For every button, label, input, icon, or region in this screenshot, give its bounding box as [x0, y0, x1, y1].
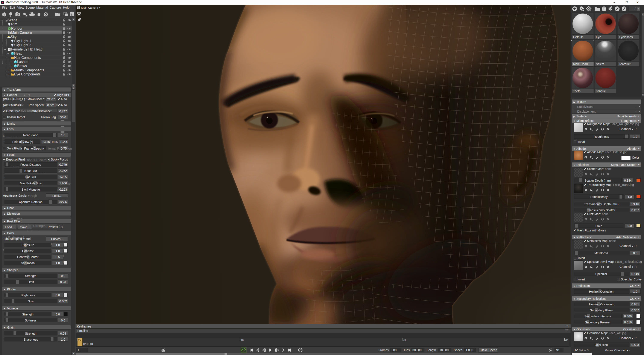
svg-text:0:00.01: 0:00.01 — [83, 342, 94, 346]
svg-text:1: 1 — [78, 348, 80, 352]
svg-text:+: + — [638, 7, 639, 10]
svg-text:30.000: 30.000 — [412, 348, 422, 352]
svg-text:Bake Speed: Bake Speed — [481, 348, 497, 352]
svg-text:FPS: FPS — [404, 348, 410, 352]
svg-text:- /: - / — [633, 7, 636, 11]
svg-text:3s: 3s — [565, 338, 568, 341]
svg-text:2s: 2s — [403, 338, 406, 341]
svg-text:300: 300 — [392, 348, 397, 352]
svg-text:1.000: 1.000 — [466, 348, 473, 352]
svg-text:1s: 1s — [241, 338, 244, 341]
svg-text:Frames: Frames — [378, 348, 388, 352]
svg-text:Speed: Speed — [454, 348, 462, 352]
svg-text:91: 91 — [556, 348, 560, 352]
svg-text:10.000: 10.000 — [440, 348, 449, 352]
svg-text:0s: 0s — [78, 338, 81, 341]
svg-text:Length: Length — [427, 348, 436, 352]
